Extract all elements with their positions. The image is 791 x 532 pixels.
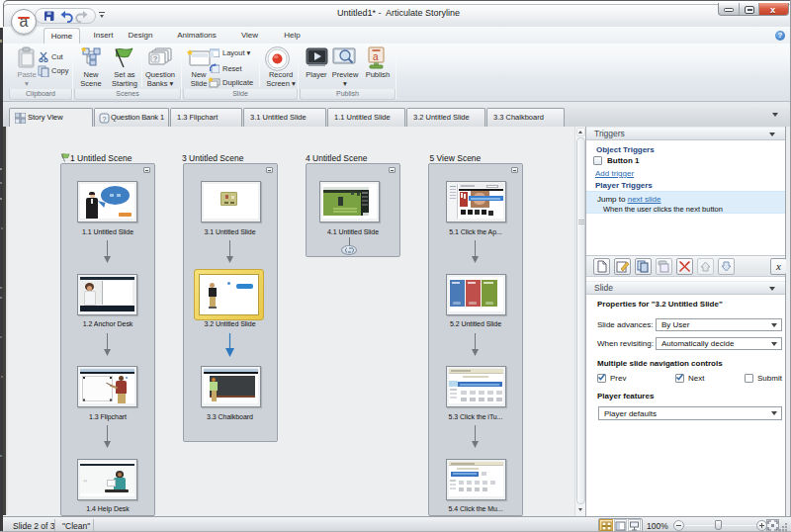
svg-text:a: a — [373, 51, 379, 62]
svg-text:?: ? — [103, 116, 107, 123]
svg-text:?: ? — [153, 55, 157, 62]
